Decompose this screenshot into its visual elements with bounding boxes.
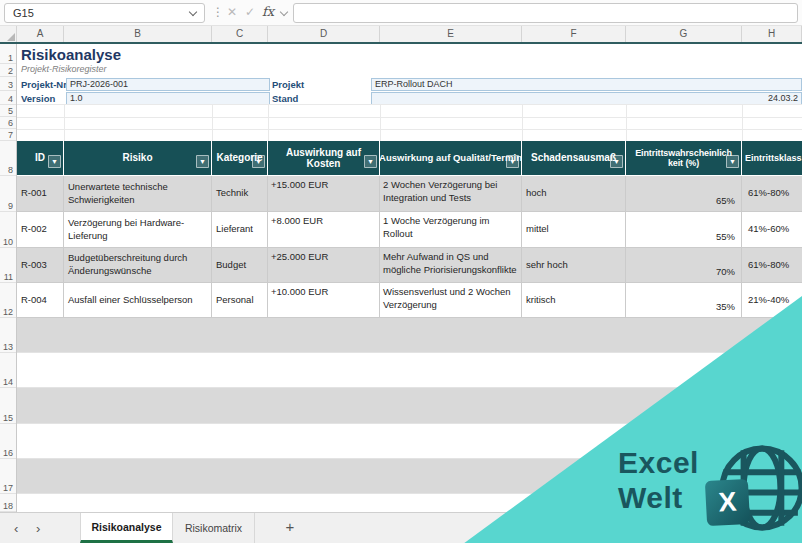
cell-risk[interactable]: Verzögerung bei Hardware-Lieferung — [64, 212, 212, 247]
fx-chevron-icon[interactable] — [280, 8, 288, 16]
column-header-g[interactable]: G — [626, 26, 742, 42]
header-schaden-label: Schadensausmaß — [531, 152, 616, 164]
cancel-icon[interactable]: ✕ — [227, 5, 237, 19]
select-all-corner[interactable] — [0, 26, 17, 42]
header-id[interactable]: ID▼ — [17, 141, 64, 175]
next-sheet-icon[interactable]: › — [36, 521, 40, 536]
cell-cost[interactable]: +10.000 EUR — [268, 283, 380, 317]
page-subtitle: Projekt-Risikoregister — [21, 64, 107, 74]
header-kosten-label: Auswirkung auf Kosten — [271, 147, 376, 170]
fx-icon[interactable]: fx — [262, 4, 274, 19]
column-header-d[interactable]: D — [268, 26, 380, 42]
cell-cost[interactable]: +8.000 EUR — [268, 212, 380, 247]
row-header-3[interactable]: 3 — [0, 77, 16, 91]
tab-risikomatrix[interactable]: Risikomatrix — [173, 513, 255, 543]
cell-probability[interactable]: 70% — [626, 248, 742, 282]
cell-probability[interactable]: 55% — [626, 212, 742, 247]
filter-icon[interactable]: ▼ — [726, 155, 739, 168]
cell-category[interactable]: Personal — [212, 283, 268, 317]
row-header-9[interactable]: 9 — [0, 176, 16, 212]
cell-class[interactable]: 61%-80% — [742, 176, 802, 211]
header-kosten[interactable]: Auswirkung auf Kosten▼ — [268, 141, 380, 175]
header-qualitaet[interactable]: Auswirkung auf Qualität/Termin▼ — [380, 141, 522, 175]
cell-cost[interactable]: +25.000 EUR — [268, 248, 380, 282]
cell-quality[interactable]: 1 Woche Verzögerung im Rollout — [380, 212, 522, 247]
row-header-6[interactable]: 6 — [0, 117, 16, 129]
table-row: R-002 Verzögerung bei Hardware-Lieferung… — [17, 212, 802, 248]
confirm-icon[interactable]: ✓ — [245, 5, 255, 19]
filter-icon[interactable]: ▼ — [364, 155, 377, 168]
cell-category[interactable]: Technik — [212, 176, 268, 211]
gridline — [380, 104, 381, 141]
stand-field[interactable]: 24.03.2 — [371, 92, 802, 105]
cell-probability[interactable]: 65% — [626, 176, 742, 211]
cell-risk[interactable]: Ausfall einer Schlüsselperson — [64, 283, 212, 317]
cell-cost[interactable]: +15.000 EUR — [268, 176, 380, 211]
cell-severity[interactable]: hoch — [522, 176, 626, 211]
row-header-15[interactable]: 15 — [0, 388, 16, 424]
cell-id[interactable]: R-003 — [17, 248, 64, 282]
add-sheet-button[interactable]: + — [280, 518, 300, 535]
row-header-10[interactable]: 10 — [0, 212, 16, 248]
name-box[interactable]: G15 — [4, 3, 205, 23]
row-header-18[interactable]: 18 — [0, 494, 16, 512]
row-header-1[interactable]: 1 — [0, 44, 16, 64]
header-klasse[interactable]: Eintrittsklass — [742, 141, 802, 175]
cell-id[interactable]: R-002 — [17, 212, 64, 247]
cell-risk[interactable]: Unerwartete technische Schwierigkeiten — [64, 176, 212, 211]
column-header-b[interactable]: B — [64, 26, 212, 42]
header-wahrscheinlichkeit[interactable]: Eintrittswahrscheinlich keit (%)▼ — [626, 141, 742, 175]
column-header-c[interactable]: C — [212, 26, 268, 42]
filter-icon[interactable]: ▼ — [506, 155, 519, 168]
gridline — [742, 104, 743, 141]
formula-input[interactable] — [293, 3, 798, 23]
column-header-e[interactable]: E — [380, 26, 522, 42]
column-header-f[interactable]: F — [522, 26, 626, 42]
row-header-14[interactable]: 14 — [0, 353, 16, 388]
row-header-4[interactable]: 4 — [0, 91, 16, 105]
header-wahrscheinlichkeit-label: Eintrittswahrscheinlich keit (%) — [629, 148, 738, 169]
filter-icon[interactable]: ▼ — [610, 155, 623, 168]
header-kategorie[interactable]: Kategorie▼ — [212, 141, 268, 175]
filter-icon[interactable]: ▼ — [196, 155, 209, 168]
project-label: Projekt — [272, 79, 304, 90]
row-header-17[interactable]: 17 — [0, 459, 16, 494]
row-header-11[interactable]: 11 — [0, 248, 16, 283]
prev-sheet-icon[interactable]: ‹ — [14, 521, 18, 536]
cell-category[interactable]: Lieferant — [212, 212, 268, 247]
cell-quality[interactable]: 2 Wochen Verzögerung bei Integration und… — [380, 176, 522, 211]
tab-risikoanalyse[interactable]: Risikoanalyse — [80, 513, 173, 543]
cell-id[interactable]: R-004 — [17, 283, 64, 317]
logo-text-line2: Welt — [618, 483, 683, 513]
row-header-13[interactable]: 13 — [0, 318, 16, 353]
cell-class[interactable]: 61%-80% — [742, 248, 802, 282]
project-no-label: Projekt-Nr. — [21, 79, 69, 90]
chevron-down-icon[interactable] — [189, 8, 197, 16]
row-header-8[interactable]: 8 — [0, 141, 16, 176]
project-no-field[interactable]: PRJ-2026-001 — [66, 78, 270, 91]
row-header-7[interactable]: 7 — [0, 129, 16, 141]
filter-icon[interactable]: ▼ — [252, 155, 265, 168]
header-qualitaet-label: Auswirkung auf Qualität/Termin — [380, 153, 522, 164]
cell-category[interactable]: Budget — [212, 248, 268, 282]
cell-severity[interactable]: mittel — [522, 212, 626, 247]
column-header-a[interactable]: A — [17, 26, 64, 42]
row-header-16[interactable]: 16 — [0, 424, 16, 459]
gridline — [268, 104, 269, 141]
separator-dots-icon: ⋮ — [212, 5, 224, 19]
cell-class[interactable]: 41%-60% — [742, 212, 802, 247]
cell-id[interactable]: R-001 — [17, 176, 64, 211]
column-header-h[interactable]: H — [742, 26, 802, 42]
cell-quality[interactable]: Mehr Aufwand in QS und mögliche Priorisi… — [380, 248, 522, 282]
row-header-2[interactable]: 2 — [0, 64, 16, 77]
row-header-5[interactable]: 5 — [0, 105, 16, 117]
cell-severity[interactable]: sehr hoch — [522, 248, 626, 282]
row-header-12[interactable]: 12 — [0, 283, 16, 318]
project-field[interactable]: ERP-Rollout DACH — [371, 78, 802, 91]
cell-risk[interactable]: Budgetüberschreitung durch Änderungswüns… — [64, 248, 212, 282]
header-risiko[interactable]: Risiko▼ — [64, 141, 212, 175]
version-field[interactable]: 1.0 — [66, 92, 270, 105]
select-all-icon — [7, 33, 15, 41]
header-schaden[interactable]: Schadensausmaß▼ — [522, 141, 626, 175]
filter-icon[interactable]: ▼ — [48, 155, 61, 168]
